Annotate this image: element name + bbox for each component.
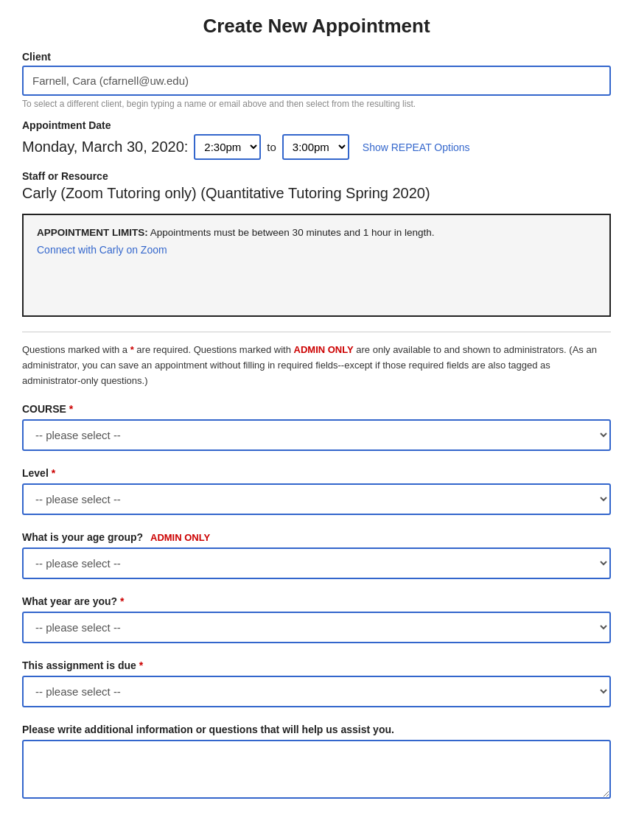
end-time-select[interactable]: 3:00pm 3:30pm 4:00pm	[282, 134, 349, 160]
year-select[interactable]: -- please select --	[22, 612, 611, 643]
client-label: Client	[22, 51, 611, 63]
assignment-due-select[interactable]: -- please select --	[22, 676, 611, 707]
appointment-date-section: Appointment Date Monday, March 30, 2020:…	[22, 119, 611, 160]
divider	[22, 332, 611, 332]
assignment-due-label-text: This assignment is due	[22, 659, 136, 671]
client-input[interactable]	[22, 66, 611, 96]
instructions-text2: are required. Questions marked with	[134, 344, 294, 355]
course-required-star: *	[69, 403, 73, 415]
start-time-select[interactable]: 2:30pm 3:00pm 3:30pm	[194, 134, 261, 160]
assignment-due-label: This assignment is due *	[22, 659, 611, 671]
appointment-limits-detail: Appointments must be between 30 minutes …	[148, 227, 435, 238]
year-section: What year are you? * -- please select --	[22, 595, 611, 643]
additional-info-label: Please write additional information or q…	[22, 724, 611, 735]
assignment-due-section: This assignment is due * -- please selec…	[22, 659, 611, 707]
instructions-text1: Questions marked with a	[22, 344, 130, 355]
level-required-star: *	[52, 467, 55, 479]
client-hint: To select a different client, begin typi…	[22, 99, 611, 109]
client-section: Client To select a different client, beg…	[22, 51, 611, 109]
year-label-text: What year are you?	[22, 595, 117, 607]
course-label: COURSE *	[22, 403, 611, 415]
age-group-label: What is your age group? ADMIN ONLY	[22, 531, 611, 543]
level-section: Level * -- please select --	[22, 467, 611, 515]
age-group-select[interactable]: -- please select --	[22, 547, 611, 579]
appt-date-row: Monday, March 30, 2020: 2:30pm 3:00pm 3:…	[22, 134, 611, 160]
staff-label: Staff or Resource	[22, 170, 611, 182]
staff-section: Staff or Resource Carly (Zoom Tutoring o…	[22, 170, 611, 202]
zoom-link[interactable]: Connect with Carly on Zoom	[37, 244, 167, 256]
instructions-admin-only: ADMIN ONLY	[294, 344, 354, 355]
appointment-limits-bold: APPOINTMENT LIMITS:	[37, 227, 148, 238]
additional-info-textarea[interactable]	[22, 740, 611, 799]
level-select[interactable]: -- please select --	[22, 483, 611, 515]
appt-date-label: Appointment Date	[22, 119, 611, 131]
level-label-text: Level	[22, 467, 49, 479]
age-group-section: What is your age group? ADMIN ONLY -- pl…	[22, 531, 611, 579]
appointment-limits-text: APPOINTMENT LIMITS: Appointments must be…	[37, 227, 596, 238]
repeat-options-link[interactable]: Show REPEAT Options	[363, 141, 470, 153]
appointment-limits-box: APPOINTMENT LIMITS: Appointments must be…	[22, 214, 611, 317]
to-label: to	[267, 141, 276, 153]
course-section: COURSE * -- please select --	[22, 403, 611, 451]
assignment-due-required-star: *	[139, 659, 143, 671]
year-label: What year are you? *	[22, 595, 611, 607]
course-select[interactable]: -- please select --	[22, 419, 611, 451]
age-group-admin-only: ADMIN ONLY	[150, 532, 210, 543]
instructions-text: Questions marked with a * are required. …	[22, 343, 611, 388]
appt-date-value: Monday, March 30, 2020:	[22, 139, 188, 155]
staff-name: Carly (Zoom Tutoring only) (Quantitative…	[22, 185, 611, 202]
age-group-label-text: What is your age group?	[22, 531, 143, 543]
year-required-star: *	[120, 595, 124, 607]
additional-info-section: Please write additional information or q…	[22, 724, 611, 801]
level-label: Level *	[22, 467, 611, 479]
page-title: Create New Appointment	[22, 15, 611, 38]
course-label-text: COURSE	[22, 403, 66, 415]
